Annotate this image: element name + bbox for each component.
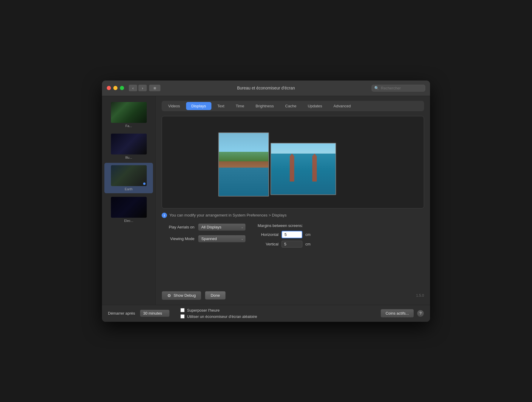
selected-indicator — [143, 183, 146, 185]
horizontal-margin-row: Horizontal cm — [258, 231, 310, 238]
horizontal-unit: cm — [305, 232, 310, 237]
tab-updates[interactable]: Updates — [302, 102, 327, 110]
start-after-label: Démarrer après — [108, 311, 135, 316]
display-main — [218, 132, 269, 197]
search-box[interactable]: 🔍 — [372, 85, 425, 92]
info-icon: i — [162, 213, 167, 218]
viewing-mode-row: Viewing Mode Spanned Clone Mirrored ⌄ — [162, 235, 246, 242]
vertical-label: Vertical — [258, 242, 279, 246]
traffic-lights — [107, 86, 124, 90]
overlay-time-row: Superposer l'heure — [180, 308, 257, 313]
checkbox-group: Superposer l'heure Utiliser un économise… — [180, 308, 257, 319]
start-after-select[interactable]: 1 minute 5 minutes 10 minutes 15 minutes… — [140, 310, 170, 317]
tab-cache[interactable]: Cache — [280, 102, 302, 110]
sidebar-label-illu: Illu... — [125, 156, 132, 159]
minimize-button[interactable] — [113, 86, 117, 90]
sidebar: Fa... Illu... Earth Elec... — [102, 96, 156, 305]
play-aerials-label: Play Aerials on — [162, 225, 194, 229]
done-button[interactable]: Done — [205, 291, 225, 300]
coins-button[interactable]: Coins actifs... — [381, 309, 414, 318]
bottom-right-actions: Coins actifs... ? — [381, 309, 424, 318]
sidebar-thumb-earth — [111, 165, 147, 186]
titlebar: ‹ › ⊞ Bureau et économiseur d'écran 🔍 — [102, 81, 430, 96]
forward-button[interactable]: › — [138, 85, 147, 91]
display-secondary — [270, 143, 336, 195]
sidebar-label-fa: Fa... — [125, 124, 132, 128]
earth-thumbnail — [111, 165, 147, 186]
display-preview-area — [162, 116, 424, 208]
maximize-button[interactable] — [120, 86, 124, 90]
fa-thumbnail — [111, 102, 147, 123]
random-screensaver-label: Utiliser un économiseur d'écran aléatoir… — [187, 314, 257, 319]
play-aerials-row: Play Aerials on All Displays Main Displa… — [162, 223, 246, 231]
vertical-margin-row: Vertical cm — [258, 241, 310, 248]
info-row: i You can modify your arrangement in Sys… — [162, 213, 424, 218]
tab-text[interactable]: Text — [212, 102, 230, 110]
bottom-actions: ⚙ Show Debug Done 1.5.0 — [162, 285, 424, 300]
tab-videos[interactable]: Videos — [163, 102, 185, 110]
main-content: Videos Displays Text Time Brightness Cac… — [156, 96, 430, 305]
search-icon: 🔍 — [374, 86, 379, 90]
viewing-mode-label: Viewing Mode — [162, 236, 194, 241]
controls-row: Play Aerials on All Displays Main Displa… — [162, 223, 424, 250]
sidebar-item-earth[interactable]: Earth — [104, 163, 153, 193]
bottom-bar: Démarrer après 1 minute 5 minutes 10 min… — [102, 305, 430, 322]
sidebar-label-earth: Earth — [125, 187, 132, 191]
horizontal-label: Horizontal — [258, 232, 279, 237]
done-label: Done — [211, 293, 220, 298]
horizontal-input[interactable] — [282, 231, 302, 238]
display-secondary-image — [271, 143, 335, 194]
close-button[interactable] — [107, 86, 111, 90]
random-screensaver-checkbox[interactable] — [180, 314, 185, 318]
tab-time[interactable]: Time — [230, 102, 249, 110]
back-button[interactable]: ‹ — [129, 85, 137, 91]
sidebar-thumb-illu — [111, 134, 147, 154]
tab-brightness[interactable]: Brightness — [250, 102, 279, 110]
tab-displays[interactable]: Displays — [186, 102, 211, 110]
version-label: 1.5.0 — [416, 293, 424, 298]
left-controls: Play Aerials on All Displays Main Displa… — [162, 223, 246, 250]
search-input[interactable] — [381, 86, 423, 90]
sidebar-thumb-fa — [111, 102, 147, 123]
play-aerials-select[interactable]: All Displays Main Display Secondary Disp… — [198, 223, 246, 231]
viewing-mode-select-wrapper: Spanned Clone Mirrored ⌄ — [198, 235, 246, 242]
info-text: You can modify your arrangement in Syste… — [169, 213, 287, 217]
nav-buttons: ‹ › ⊞ — [129, 85, 160, 91]
help-button[interactable]: ? — [417, 310, 424, 317]
margins-title: Margins between screens: — [258, 223, 310, 228]
window-body: Fa... Illu... Earth Elec... — [102, 96, 430, 305]
vertical-input[interactable] — [282, 241, 302, 248]
sidebar-item-elec[interactable]: Elec... — [104, 194, 153, 225]
show-debug-button[interactable]: ⚙ Show Debug — [162, 291, 201, 300]
elec-thumbnail — [111, 197, 147, 218]
vertical-unit: cm — [305, 242, 310, 246]
tab-advanced[interactable]: Advanced — [328, 102, 356, 110]
illu-thumbnail — [111, 134, 147, 154]
play-aerials-select-wrapper: All Displays Main Display Secondary Disp… — [198, 223, 246, 231]
right-controls: Margins between screens: Horizontal cm V… — [258, 223, 310, 250]
display-main-image — [219, 133, 268, 196]
show-debug-label: Show Debug — [174, 293, 196, 298]
display-preview-inner — [218, 126, 367, 198]
sidebar-item-fa[interactable]: Fa... — [104, 100, 153, 130]
start-after-select-wrapper: 1 minute 5 minutes 10 minutes 15 minutes… — [140, 310, 170, 317]
sidebar-item-illu[interactable]: Illu... — [104, 131, 153, 162]
sidebar-label-elec: Elec... — [124, 219, 133, 222]
overlay-time-label: Superposer l'heure — [187, 308, 219, 313]
tab-bar: Videos Displays Text Time Brightness Cac… — [162, 101, 424, 111]
sidebar-thumb-elec — [111, 197, 147, 218]
main-window: ‹ › ⊞ Bureau et économiseur d'écran 🔍 Fa… — [102, 81, 430, 322]
viewing-mode-select[interactable]: Spanned Clone Mirrored — [198, 235, 246, 242]
random-screensaver-row: Utiliser un économiseur d'écran aléatoir… — [180, 314, 257, 319]
grid-button[interactable]: ⊞ — [149, 85, 160, 91]
gear-icon: ⚙ — [167, 293, 171, 298]
overlay-time-checkbox[interactable] — [180, 308, 185, 312]
window-title: Bureau et économiseur d'écran — [237, 86, 295, 90]
